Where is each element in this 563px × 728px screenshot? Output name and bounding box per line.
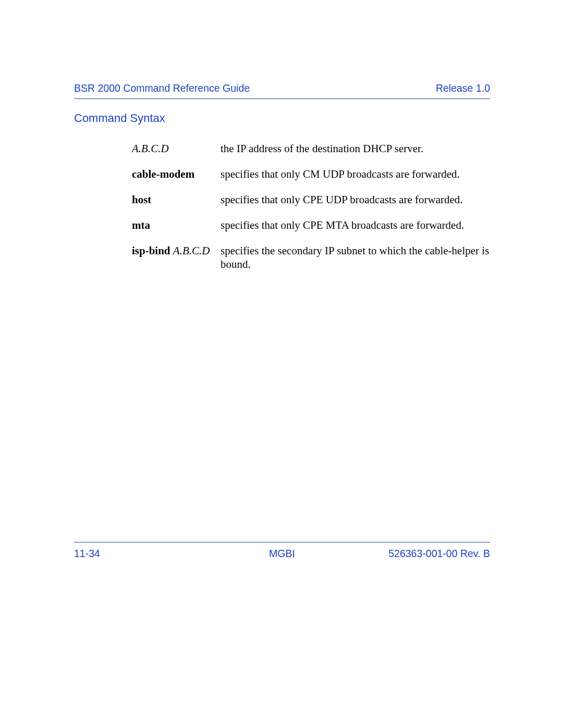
- param-desc: the IP address of the destination DHCP s…: [221, 142, 490, 156]
- param-row: isp-bind A.B.C.D specifies the secondary…: [132, 244, 490, 272]
- param-desc: specifies that only CPE UDP broadcasts a…: [221, 193, 490, 207]
- param-term: A.B.C.D: [132, 142, 221, 156]
- param-term: cable-modem: [132, 167, 221, 181]
- param-row: cable-modem specifies that only CM UDP b…: [132, 167, 490, 181]
- page: BSR 2000 Command Reference Guide Release…: [0, 0, 563, 728]
- param-term: host: [132, 193, 221, 207]
- param-term: isp-bind A.B.C.D: [132, 244, 221, 272]
- param-term: mta: [132, 218, 221, 232]
- param-term-prefix: isp-bind: [132, 244, 173, 257]
- param-desc: specifies the secondary IP subnet to whi…: [221, 244, 490, 272]
- doc-title: BSR 2000 Command Reference Guide: [74, 82, 250, 94]
- param-term-suffix: A.B.C.D: [173, 244, 210, 257]
- param-row: A.B.C.D the IP address of the destinatio…: [132, 142, 490, 156]
- page-number: 11-34: [74, 548, 100, 560]
- release-label: Release 1.0: [436, 82, 490, 94]
- param-row: host specifies that only CPE UDP broadca…: [132, 193, 490, 207]
- param-desc: specifies that only CPE MTA broadcasts a…: [221, 218, 490, 232]
- section-title: Command Syntax: [74, 112, 165, 125]
- page-header: BSR 2000 Command Reference Guide Release…: [74, 82, 490, 99]
- doc-revision: 526363-001-00 Rev. B: [388, 548, 490, 560]
- param-desc: specifies that only CM UDP broadcasts ar…: [221, 167, 490, 181]
- param-row: mta specifies that only CPE MTA broadcas…: [132, 218, 490, 232]
- footer-center: MGBI: [269, 548, 295, 560]
- page-footer: 11-34 MGBI 526363-001-00 Rev. B: [74, 542, 490, 560]
- parameter-table: A.B.C.D the IP address of the destinatio…: [132, 142, 490, 283]
